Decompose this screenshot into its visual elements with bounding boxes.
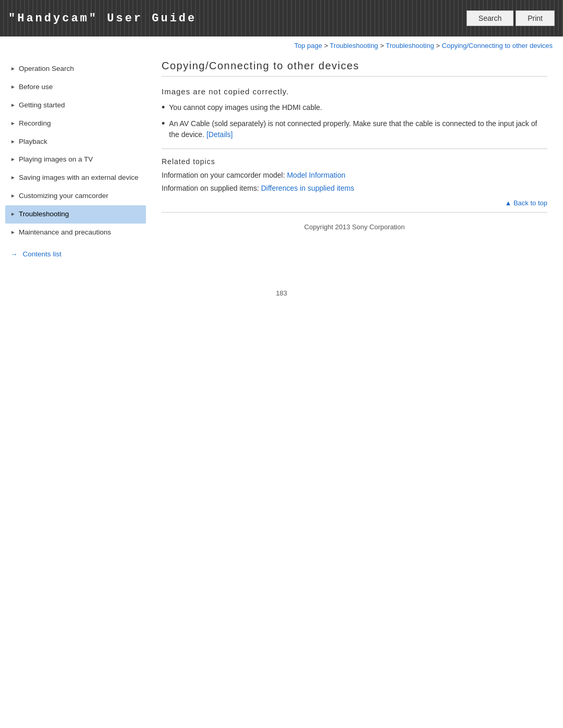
bullet-icon: • xyxy=(162,103,165,112)
sidebar-item-getting-started[interactable]: ► Getting started xyxy=(5,96,146,115)
breadcrumb: Top page > Troubleshooting > Troubleshoo… xyxy=(0,36,563,55)
back-to-top[interactable]: ▲ Back to top xyxy=(162,199,547,207)
bullet-list: • You cannot copy images using the HDMI … xyxy=(162,102,547,140)
sidebar-item-label: Getting started xyxy=(19,101,141,110)
footer-divider xyxy=(162,212,547,213)
bullet-icon: • xyxy=(162,119,165,128)
site-title: "Handycam" User Guide xyxy=(8,12,197,25)
sidebar-item-saving-images[interactable]: ► Saving images with an external device xyxy=(5,169,146,187)
details-link[interactable]: [Details] xyxy=(206,130,233,139)
sidebar-item-label: Playing images on a TV xyxy=(19,155,141,165)
page-number: 183 xyxy=(0,289,563,313)
layout: ► Operation Search ► Before use ► Gettin… xyxy=(0,55,563,268)
contents-list-link[interactable]: → Contents list xyxy=(5,250,146,258)
footer-copyright: Copyright 2013 Sony Corporation xyxy=(162,218,547,241)
arrow-icon: ► xyxy=(10,211,16,218)
search-button[interactable]: Search xyxy=(467,10,513,26)
sidebar-item-label: Operation Search xyxy=(19,64,141,74)
related-item-supplied: Information on supplied items: Differenc… xyxy=(162,183,547,194)
related-item-model: Information on your camcorder model: Mod… xyxy=(162,170,547,181)
sidebar-item-recording[interactable]: ► Recording xyxy=(5,115,146,133)
related-topics-title: Related topics xyxy=(162,157,547,166)
header: "Handycam" User Guide Search Print xyxy=(0,0,563,36)
list-item: • You cannot copy images using the HDMI … xyxy=(162,102,547,113)
sidebar-item-playing-images-tv[interactable]: ► Playing images on a TV xyxy=(5,151,146,169)
arrow-icon: ► xyxy=(10,120,16,127)
sidebar-item-label: Troubleshooting xyxy=(19,209,141,219)
related-prefix-2: Information on supplied items: xyxy=(162,184,261,192)
sidebar-item-label: Playback xyxy=(19,137,141,147)
related-prefix-1: Information on your camcorder model: xyxy=(162,171,287,179)
breadcrumb-troubleshooting-2[interactable]: Troubleshooting xyxy=(386,42,434,50)
bullet-text-1: You cannot copy images using the HDMI ca… xyxy=(169,102,322,113)
page-title: Copying/Connecting to other devices xyxy=(162,60,547,77)
divider xyxy=(162,149,547,149)
print-button[interactable]: Print xyxy=(516,10,555,26)
sidebar-item-customizing[interactable]: ► Customizing your camcorder xyxy=(5,187,146,205)
sidebar-item-maintenance[interactable]: ► Maintenance and precautions xyxy=(5,224,146,242)
sidebar-item-label: Customizing your camcorder xyxy=(19,191,141,201)
arrow-icon: ► xyxy=(10,83,16,91)
model-information-link[interactable]: Model Information xyxy=(287,171,345,179)
images-not-copied-title: Images are not copied correctly. xyxy=(162,87,547,96)
sidebar-item-playback[interactable]: ► Playback xyxy=(5,133,146,151)
bullet-text-2: An AV Cable (sold separately) is not con… xyxy=(169,118,547,140)
list-item: • An AV Cable (sold separately) is not c… xyxy=(162,118,547,140)
arrow-icon: ► xyxy=(10,102,16,109)
arrow-icon: ► xyxy=(10,192,16,200)
sidebar-item-label: Saving images with an external device xyxy=(19,173,141,183)
arrow-icon: ► xyxy=(10,138,16,145)
main-content: Copying/Connecting to other devices Imag… xyxy=(151,55,558,258)
arrow-icon: ► xyxy=(10,156,16,163)
back-to-top-link[interactable]: ▲ Back to top xyxy=(505,199,547,207)
sidebar-item-operation-search[interactable]: ► Operation Search xyxy=(5,60,146,78)
sidebar-item-troubleshooting[interactable]: ► Troubleshooting xyxy=(5,205,146,224)
supplied-items-link[interactable]: Differences in supplied items xyxy=(261,184,354,192)
sidebar-item-label: Before use xyxy=(19,82,141,92)
breadcrumb-current[interactable]: Copying/Connecting to other devices xyxy=(442,42,553,50)
sidebar: ► Operation Search ► Before use ► Gettin… xyxy=(5,60,151,258)
arrow-icon: ► xyxy=(10,229,16,236)
sidebar-item-before-use[interactable]: ► Before use xyxy=(5,78,146,96)
breadcrumb-top[interactable]: Top page xyxy=(295,42,323,50)
breadcrumb-troubleshooting-1[interactable]: Troubleshooting xyxy=(330,42,378,50)
arrow-icon: ► xyxy=(10,65,16,72)
contents-list-anchor[interactable]: → Contents list xyxy=(10,250,146,258)
header-buttons: Search Print xyxy=(467,10,555,26)
sidebar-item-label: Maintenance and precautions xyxy=(19,228,141,238)
sidebar-item-label: Recording xyxy=(19,119,141,129)
arrow-icon: ► xyxy=(10,174,16,181)
